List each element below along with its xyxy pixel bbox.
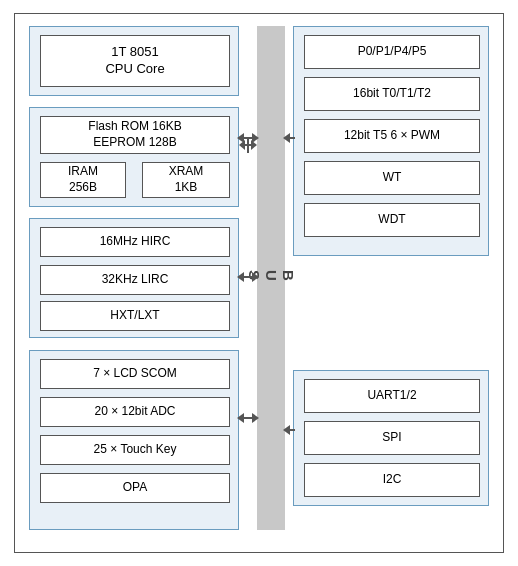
block-diagram: 1T 8051 CPU Core Flash ROM 16KB EEPROM 1… [14, 13, 504, 553]
lcd-box: 7 × LCD SCOM [40, 359, 230, 389]
svg-marker-11 [252, 413, 259, 423]
svg-marker-14 [283, 425, 290, 435]
svg-marker-12 [283, 133, 290, 143]
io-group: P0/P1/P4/P5 16bit T0/T1/T2 12bit T5 6 × … [293, 26, 489, 256]
arrow-bus-comms [283, 424, 295, 436]
arrow-memory-bus [237, 132, 259, 144]
svg-marker-3 [237, 133, 244, 143]
svg-marker-6 [237, 272, 244, 282]
lirc-box: 32KHz LIRC [40, 265, 230, 295]
cpu-group: 1T 8051 CPU Core [29, 26, 239, 96]
ports-box: P0/P1/P4/P5 [304, 35, 480, 69]
adc-box: 20 × 12bit ADC [40, 397, 230, 427]
svg-marker-9 [237, 413, 244, 423]
spi-box: SPI [304, 421, 480, 455]
opa-box: OPA [40, 473, 230, 503]
flash-rom-box: Flash ROM 16KB EEPROM 128B [40, 116, 230, 154]
hxt-box: HXT/LXT [40, 301, 230, 331]
wdt-box: WDT [304, 203, 480, 237]
svg-rect-1 [244, 144, 252, 146]
arrow-bus-io [283, 132, 295, 144]
i2c-box: I2C [304, 463, 480, 497]
hirc-box: 16MHz HIRC [40, 227, 230, 257]
svg-rect-7 [243, 276, 253, 278]
svg-rect-13 [289, 137, 295, 139]
xram-box: XRAM 1KB [142, 162, 230, 198]
svg-rect-10 [243, 417, 253, 419]
arrow-clock-bus [237, 271, 259, 283]
arrow-peripheral-bus [237, 412, 259, 424]
timer16-box: 16bit T0/T1/T2 [304, 77, 480, 111]
svg-rect-4 [243, 137, 253, 139]
touch-box: 25 × Touch Key [40, 435, 230, 465]
wt-box: WT [304, 161, 480, 195]
pwm-box: 12bit T5 6 × PWM [304, 119, 480, 153]
svg-marker-8 [252, 272, 259, 282]
bus-column: BUS [257, 26, 285, 530]
iram-box: IRAM 256B [40, 162, 126, 198]
svg-rect-15 [289, 429, 295, 431]
clock-group: 16MHz HIRC 32KHz LIRC HXT/LXT [29, 218, 239, 338]
comms-group: UART1/2 SPI I2C [293, 370, 489, 506]
cpu-core-box: 1T 8051 CPU Core [40, 35, 230, 87]
svg-marker-5 [252, 133, 259, 143]
uart-box: UART1/2 [304, 379, 480, 413]
memory-group: Flash ROM 16KB EEPROM 128B IRAM 256B XRA… [29, 107, 239, 207]
peripheral-group: 7 × LCD SCOM 20 × 12bit ADC 25 × Touch K… [29, 350, 239, 530]
